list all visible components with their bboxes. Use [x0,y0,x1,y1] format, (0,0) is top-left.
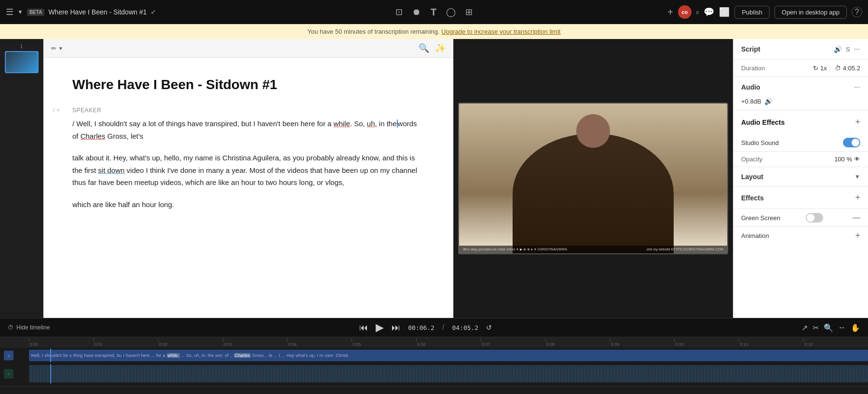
ruler-mark: 0:00 [29,338,39,347]
loop-button[interactable]: ↺ [486,324,492,331]
beta-badge: BETA [27,9,44,16]
effects-header: Effects + [733,187,868,209]
ruler-label-row [0,386,868,394]
green-screen-toggle[interactable] [806,213,823,223]
block-controls: / + [53,107,60,114]
clip-track-content[interactable]: Well, I shouldn't lot o thing have trans… [29,349,868,362]
ai-button[interactable]: ✨ [435,43,446,53]
record-icon[interactable]: ⏺ [412,7,421,17]
grab-tool[interactable]: ✋ [851,323,860,332]
block-add-btn[interactable]: + [56,107,60,114]
search-button[interactable]: 🔍 [419,43,429,53]
notification-text: You have 50 minutes of transcription rem… [308,28,440,35]
transcript-text-1[interactable]: / Well, I shouldn't say a lot of things … [72,118,424,142]
playhead[interactable] [50,349,51,362]
eye-icon[interactable]: 👁 [854,156,860,163]
cut-tool[interactable]: ✂ [813,323,819,332]
audio-label: Audio [741,83,760,91]
upgrade-link[interactable]: Upgrade to increase your transcription l… [441,28,560,35]
transcript-block-1: Speaker / + / Well, I shouldn't say a lo… [72,107,424,142]
clip-word-33: what's [296,353,308,358]
more-options-icon[interactable]: ··· [854,45,860,53]
clip-word-27: . [266,353,268,358]
person-head [576,114,610,148]
speed-icon: ↻ [813,65,818,72]
shapes-icon[interactable]: ◯ [446,7,456,17]
video-panel: life's okay provided we meet online ✦ ▶ … [453,39,733,318]
audio-db-row: +0.8dB 🔊 [733,97,868,110]
clip-word-4: lot [63,353,68,358]
topbar-right: + co c 💬 ⬜ Publish Open in desktop app ? [476,5,862,19]
waveform-content[interactable] [29,364,868,383]
text-icon[interactable]: T [431,7,436,18]
opacity-value: 100 % 👁 [834,156,860,163]
ruler-marks: 0:000:010:020:030:040:050:060:070:080:09… [29,338,868,347]
timeline-tracks: 1 Well, I shouldn't lot o thing have tra… [0,348,868,386]
play-pause-button[interactable]: ▶ [376,321,384,334]
publish-button[interactable]: Publish [734,6,770,19]
fit-tool[interactable]: ↔ [838,323,846,332]
media-icon[interactable]: ⊡ [395,7,403,17]
document-title[interactable]: Where Have I Been - Sitdown #1 [72,77,424,92]
zoom-tool[interactable]: 🔍 [824,323,833,332]
edit-mode-button[interactable]: ✏ ▼ [51,45,63,52]
clip-word-28: le [269,353,272,358]
hide-timeline-button[interactable]: ⏱ Hide timeline [8,324,50,331]
help-icon[interactable]: ? [852,7,862,17]
timeline-controls: ⏱ Hide timeline ⏮ ▶ ⏭ 00:06.2 / 04:05.2 … [0,318,868,337]
forward-button[interactable]: ⏭ [392,323,400,333]
opacity-section: Opacity 100 % 👁 [733,152,868,167]
audio-effects-add-icon[interactable]: + [855,117,860,127]
ruler-mark: 0:01 [94,338,103,347]
ruler-mark: 0:10 [674,338,684,347]
transcript-text-2[interactable]: talk about it. Hey, what's up, hello, my… [72,152,424,189]
green-screen-row: Green Screen — [733,209,868,227]
clip-word-23: of [225,353,229,358]
menu-icon[interactable]: ☰ [6,7,14,17]
save-status-icon: ✓ [150,8,156,16]
audio-track-icon: ♪ [4,369,14,379]
volume-icon[interactable]: 🔊 [764,97,773,105]
clip-word-26: Gross, [252,353,265,358]
timeline-right: ↗ ✂ 🔍 ↔ ✋ [801,323,860,332]
ruler-mark: 0:02 [158,338,168,347]
audio-more-icon[interactable]: ··· [854,83,860,92]
pointer-tool[interactable]: ↗ [801,323,808,332]
clip-word-8: transpired, [95,353,116,358]
layout-section[interactable]: Layout ▼ [733,167,868,187]
open-desktop-button[interactable]: Open in desktop app [774,6,847,19]
clip-word-11: haven't [126,353,140,358]
timeline-icon: ⏱ [8,324,14,331]
effects-add-icon[interactable]: + [855,193,860,203]
clip-word-15: a [163,353,165,358]
waveform-pattern [29,365,868,382]
animation-add-icon[interactable]: + [855,231,860,241]
duration-time: ⏱ 4:05.2 [835,65,860,72]
block-edit-btn[interactable]: / [53,107,54,114]
green-screen-remove-icon[interactable]: — [853,213,860,222]
audio-section: Audio ··· +0.8dB 🔊 [733,77,868,110]
slide-thumbnail[interactable] [5,51,39,73]
duration-values: ↻ 1x ⏱ 4:05.2 [813,65,860,72]
clip-word-12: here [141,353,150,358]
video-caption-right: visit my website HTTPS://CHRISTINAGWIRA.… [647,248,723,251]
chevron-down-icon[interactable]: ▼ [17,9,23,15]
opacity-label: Opacity [741,156,762,163]
studio-sound-toggle[interactable] [843,138,860,147]
clip-word-34: up, [310,353,316,358]
add-button[interactable]: + [667,7,673,18]
speed-control[interactable]: ↻ 1x [813,65,827,72]
rewind-button[interactable]: ⏮ [359,323,368,333]
panel-toggle-icon[interactable]: ⬜ [719,7,730,17]
clip-word-36: m [320,353,324,358]
comment-icon[interactable]: 💬 [704,7,714,17]
notification-bar: You have 50 minutes of transcription rem… [0,24,868,39]
ruler-mark: 0:11 [739,338,748,347]
volume-icon[interactable]: 🔊 [834,45,842,53]
script-actions: 🔊 S ··· [834,45,860,53]
transcript-text-3[interactable]: which are like half an hour long. [72,198,424,211]
clip-bar[interactable]: Well, I shouldn't lot o thing have trans… [29,350,868,361]
waveform-playhead [50,364,51,383]
layout-icon[interactable]: ⊞ [465,7,473,17]
audio-effects-header: Audio Effects + [733,110,868,134]
